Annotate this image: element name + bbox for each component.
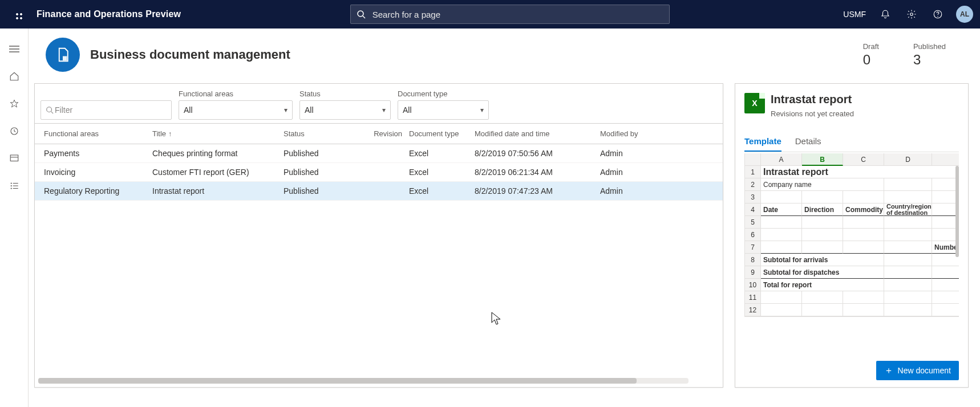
nav-favorites[interactable]: [3, 92, 26, 115]
row-head[interactable]: 12: [745, 304, 761, 316]
cell-area: Regulatory Reporting: [41, 186, 149, 196]
tab-details[interactable]: Details: [795, 132, 821, 152]
search-icon: [357, 10, 366, 19]
help-button[interactable]: [926, 3, 949, 26]
nav-toggle[interactable]: [3, 38, 26, 60]
col-head-c[interactable]: C: [843, 153, 884, 166]
cell-area: Invoicing: [41, 168, 149, 177]
row-head[interactable]: 1: [745, 166, 761, 178]
sheet-vertical-scrollbar[interactable]: [955, 166, 959, 257]
svg-point-15: [10, 188, 11, 189]
col-head-e[interactable]: [932, 153, 959, 166]
cell-doctype: Excel: [406, 186, 471, 196]
kpi-published[interactable]: Published 3: [913, 42, 946, 68]
cell: Total for report: [761, 279, 884, 291]
excel-icon: X: [744, 93, 765, 113]
spreadsheet-preview[interactable]: A B C D 1Intrastat report 2Company name …: [744, 153, 959, 317]
company-code[interactable]: USMF: [839, 10, 870, 19]
preview-tabs: Template Details: [744, 132, 959, 152]
cell: Company name: [761, 178, 884, 191]
col-head-a[interactable]: A: [761, 153, 802, 166]
tab-template[interactable]: Template: [744, 132, 781, 152]
col-title-label: Title: [152, 129, 166, 138]
content: . Functional areas All ▾: [29, 83, 980, 399]
cell-title: Customer FTI report (GER): [149, 168, 280, 177]
new-document-button[interactable]: ＋ New document: [876, 361, 959, 380]
svg-point-0: [358, 11, 363, 17]
svg-point-11: [10, 182, 11, 184]
hamburger-icon: [9, 45, 19, 53]
module-icon: [46, 38, 80, 72]
svg-point-13: [10, 185, 11, 186]
chevron-down-icon: ▾: [284, 106, 287, 114]
col-head-d[interactable]: D: [884, 153, 932, 166]
brand: Finance and Operations Preview: [37, 9, 181, 19]
row-head[interactable]: 6: [745, 229, 761, 241]
page-title: Business document management: [90, 47, 290, 62]
filter-select-status[interactable]: All ▾: [299, 100, 391, 120]
documents-grid-card: . Functional areas All ▾: [34, 83, 723, 388]
row-head[interactable]: 2: [745, 178, 761, 191]
col-revision[interactable]: Revision: [371, 129, 406, 138]
chevron-down-icon: ▾: [480, 106, 484, 114]
plus-icon: ＋: [884, 366, 893, 375]
kpi-group: Draft 0 Published 3: [863, 42, 963, 68]
app-launcher[interactable]: [7, 4, 27, 25]
search-input[interactable]: [371, 9, 663, 20]
cell: Intrastat report: [761, 166, 959, 178]
document-icon: [54, 46, 71, 63]
table-row[interactable]: Regulatory ReportingIntrastat reportPubl…: [35, 182, 723, 201]
bell-icon: [880, 9, 890, 19]
filters: . Functional areas All ▾: [35, 84, 723, 123]
nav-modules[interactable]: [3, 174, 26, 197]
filter-search[interactable]: [41, 100, 172, 120]
kpi-draft[interactable]: Draft 0: [863, 42, 879, 68]
col-doctype[interactable]: Document type: [406, 129, 471, 138]
col-modified[interactable]: Modified date and time: [471, 129, 597, 138]
page: Business document management Draft 0 Pub…: [29, 29, 980, 407]
table-row[interactable]: PaymentsCheques printing formatPublished…: [35, 144, 723, 163]
scrollbar-thumb[interactable]: [38, 378, 637, 384]
row-head[interactable]: 5: [745, 216, 761, 229]
notifications-button[interactable]: [874, 3, 897, 26]
grid-horizontal-scrollbar[interactable]: [38, 378, 689, 384]
row-head[interactable]: 7: [745, 241, 761, 254]
col-status[interactable]: Status: [280, 129, 371, 138]
cell-doctype: Excel: [406, 149, 471, 158]
nav-workspaces[interactable]: [3, 147, 26, 170]
col-functional-areas[interactable]: Functional areas: [41, 129, 149, 138]
grid-body: PaymentsCheques printing formatPublished…: [35, 144, 723, 375]
nav-home[interactable]: [3, 65, 26, 88]
gear-icon: [906, 9, 917, 19]
cell-status: Published: [280, 168, 371, 177]
row-head[interactable]: 8: [745, 254, 761, 266]
col-by[interactable]: Modified by: [597, 129, 677, 138]
row-head[interactable]: 4: [745, 204, 761, 216]
kpi-value: 3: [913, 52, 946, 68]
search-icon: [46, 106, 54, 114]
grid-header: Functional areas Title ↑ Status Revision…: [35, 123, 723, 144]
settings-button[interactable]: [900, 3, 923, 26]
kpi-value: 0: [863, 52, 879, 68]
workspace-icon: [9, 153, 19, 164]
filter-input[interactable]: [54, 105, 167, 115]
row-head[interactable]: 9: [745, 266, 761, 279]
page-header: Business document management Draft 0 Pub…: [29, 29, 980, 83]
filter-select-areas[interactable]: All ▾: [179, 100, 293, 120]
row-head[interactable]: 11: [745, 291, 761, 304]
filter-select-doctype[interactable]: All ▾: [398, 100, 489, 120]
col-head-b[interactable]: B: [802, 153, 843, 166]
cell-status: Published: [280, 149, 371, 158]
preview-header: X Intrastat report Revisions not yet cre…: [744, 93, 959, 118]
svg-point-4: [937, 16, 938, 17]
col-title[interactable]: Title ↑: [149, 129, 280, 138]
clock-icon: [9, 126, 19, 136]
avatar[interactable]: AL: [956, 6, 973, 23]
topbar: Finance and Operations Preview USMF: [0, 0, 980, 29]
cell-by: Admin: [597, 186, 677, 196]
row-head[interactable]: 10: [745, 279, 761, 291]
table-row[interactable]: InvoicingCustomer FTI report (GER)Publis…: [35, 163, 723, 182]
global-search[interactable]: [350, 5, 670, 24]
row-head[interactable]: 3: [745, 191, 761, 204]
nav-recent[interactable]: [3, 120, 26, 143]
